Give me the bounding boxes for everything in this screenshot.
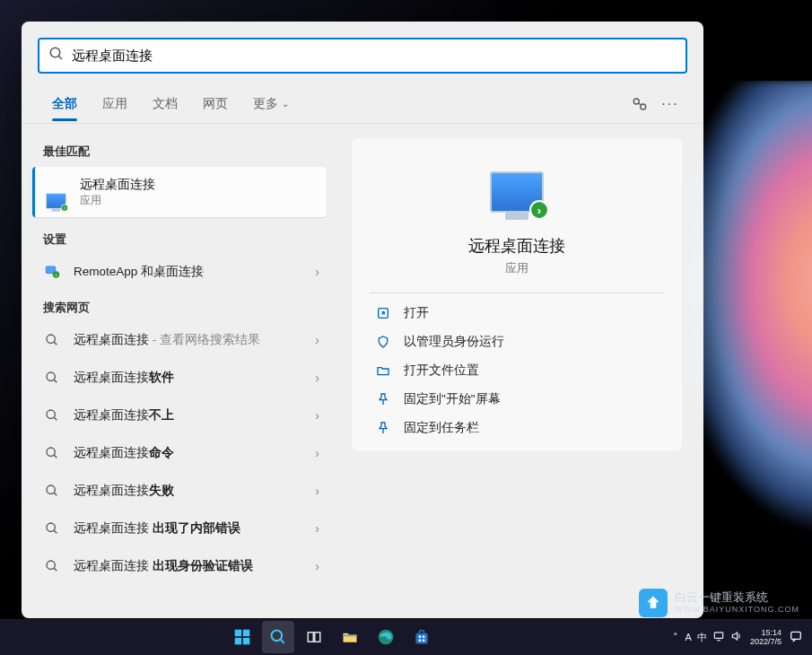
chevron-down-icon: ⌄ bbox=[282, 99, 289, 109]
action-pin-start[interactable]: 固定到"开始"屏幕 bbox=[370, 385, 664, 414]
filter-tabs: 全部 应用 文档 网页 更多⌄ ··· bbox=[22, 84, 703, 124]
svg-rect-26 bbox=[243, 638, 250, 645]
web-result-text: 远程桌面连接 bbox=[74, 559, 153, 572]
svg-rect-37 bbox=[423, 640, 425, 642]
svg-line-1 bbox=[58, 56, 62, 59]
svg-point-10 bbox=[47, 372, 55, 380]
search-icon bbox=[48, 46, 65, 66]
tab-docs[interactable]: 文档 bbox=[140, 87, 190, 121]
watermark-logo-icon bbox=[639, 589, 668, 617]
section-best-match: 最佳匹配 bbox=[22, 135, 337, 165]
web-result-text: 远程桌面连接 bbox=[74, 521, 153, 535]
search-input[interactable] bbox=[65, 48, 677, 64]
tab-more[interactable]: 更多⌄ bbox=[240, 87, 301, 121]
svg-rect-23 bbox=[234, 630, 241, 637]
svg-point-0 bbox=[50, 48, 60, 57]
svg-point-16 bbox=[47, 485, 55, 493]
notifications-icon[interactable] bbox=[789, 629, 803, 645]
edge-button[interactable] bbox=[370, 621, 402, 653]
action-label: 打开 bbox=[404, 305, 429, 321]
store-button[interactable] bbox=[406, 621, 438, 653]
web-result-text: 远程桌面连接 bbox=[74, 484, 149, 497]
action-open[interactable]: 打开 bbox=[370, 299, 664, 328]
settings-item-remoteapp[interactable]: › RemoteApp 和桌面连接 › bbox=[22, 253, 337, 291]
svg-point-20 bbox=[47, 561, 55, 569]
chevron-right-icon: › bbox=[315, 521, 319, 536]
best-match-subtitle: 应用 bbox=[80, 193, 155, 208]
action-label: 固定到任务栏 bbox=[404, 420, 479, 436]
web-result-0[interactable]: 远程桌面连接 - 查看网络搜索结果 › bbox=[22, 321, 337, 359]
preview-title: 远程桌面连接 bbox=[370, 235, 664, 257]
watermark: 白云一键重装系统 WWW.BAIYUNXITONG.COM bbox=[639, 589, 799, 617]
svg-line-17 bbox=[54, 493, 57, 495]
task-view-button[interactable] bbox=[298, 621, 330, 653]
svg-line-11 bbox=[54, 380, 57, 382]
action-open-location[interactable]: 打开文件位置 bbox=[370, 356, 664, 385]
svg-text:›: › bbox=[56, 272, 57, 277]
svg-rect-33 bbox=[415, 633, 427, 644]
search-scope-icon[interactable] bbox=[624, 89, 655, 119]
search-box[interactable] bbox=[38, 38, 687, 74]
search-icon bbox=[43, 331, 61, 349]
svg-line-4 bbox=[639, 103, 642, 105]
svg-rect-36 bbox=[418, 640, 421, 642]
best-match-item[interactable]: › 远程桌面连接 应用 bbox=[32, 167, 327, 217]
taskbar-clock[interactable]: 15:14 2022/7/5 bbox=[750, 628, 781, 647]
preview-card: › 远程桌面连接 应用 打开 以管理员身份运行 打开文件位置 bbox=[352, 138, 682, 451]
watermark-line1: 白云一键重装系统 bbox=[675, 591, 799, 605]
svg-rect-25 bbox=[234, 638, 241, 645]
svg-point-12 bbox=[47, 410, 55, 418]
best-match-title: 远程桌面连接 bbox=[80, 177, 155, 193]
chevron-right-icon: › bbox=[315, 371, 319, 385]
tab-web[interactable]: 网页 bbox=[190, 87, 240, 121]
web-result-1[interactable]: 远程桌面连接软件 › bbox=[22, 359, 337, 397]
shield-icon bbox=[375, 334, 391, 350]
volume-icon[interactable] bbox=[730, 630, 743, 644]
svg-rect-34 bbox=[418, 635, 421, 638]
svg-point-2 bbox=[633, 99, 639, 104]
action-label: 以管理员身份运行 bbox=[404, 334, 504, 350]
web-result-2[interactable]: 远程桌面连接不上 › bbox=[22, 397, 337, 434]
rdp-icon: › bbox=[46, 179, 71, 205]
web-result-6[interactable]: 远程桌面连接 出现身份验证错误 › bbox=[22, 547, 337, 585]
pin-icon bbox=[375, 420, 391, 436]
network-icon[interactable] bbox=[712, 630, 725, 644]
chevron-right-icon: › bbox=[315, 333, 319, 347]
tab-all[interactable]: 全部 bbox=[39, 87, 90, 121]
ime-mode-icon[interactable]: A bbox=[685, 632, 692, 642]
web-result-3[interactable]: 远程桌面连接命令 › bbox=[22, 434, 337, 472]
tab-apps[interactable]: 应用 bbox=[90, 87, 140, 121]
web-result-text: 远程桌面连接 bbox=[74, 371, 149, 384]
tray-chevron-icon[interactable]: ˄ bbox=[673, 632, 678, 643]
search-button[interactable] bbox=[262, 621, 294, 653]
svg-rect-35 bbox=[423, 635, 425, 638]
action-pin-taskbar[interactable]: 固定到任务栏 bbox=[370, 414, 664, 442]
chevron-right-icon: › bbox=[315, 484, 319, 498]
action-run-admin[interactable]: 以管理员身份运行 bbox=[370, 328, 664, 356]
search-icon bbox=[43, 406, 61, 424]
pin-icon bbox=[375, 391, 391, 407]
explorer-button[interactable] bbox=[334, 621, 366, 653]
wallpaper-bloom bbox=[686, 81, 812, 583]
search-icon bbox=[43, 557, 61, 575]
search-icon bbox=[43, 369, 61, 387]
svg-rect-24 bbox=[243, 630, 250, 637]
svg-rect-30 bbox=[315, 633, 320, 642]
web-result-text: 远程桌面连接 bbox=[74, 333, 149, 346]
svg-point-18 bbox=[47, 523, 55, 531]
chevron-right-icon: › bbox=[315, 446, 319, 460]
ime-language-icon[interactable]: 中 bbox=[697, 631, 707, 644]
chevron-right-icon: › bbox=[315, 408, 319, 423]
chevron-right-icon: › bbox=[315, 559, 319, 573]
results-column: 最佳匹配 › 远程桌面连接 应用 设置 › RemoteApp 和桌面连接 › … bbox=[22, 124, 345, 618]
svg-rect-38 bbox=[714, 633, 722, 638]
section-web-search: 搜索网页 bbox=[22, 291, 337, 321]
system-tray[interactable]: ˄ A 中 15:14 2022/7/5 bbox=[664, 628, 812, 647]
start-button[interactable] bbox=[226, 621, 258, 653]
section-settings: 设置 bbox=[22, 223, 337, 253]
web-result-4[interactable]: 远程桌面连接失败 › bbox=[22, 472, 337, 510]
web-result-5[interactable]: 远程桌面连接 出现了内部错误 › bbox=[22, 510, 337, 547]
web-result-text: 远程桌面连接 bbox=[74, 446, 149, 459]
more-options-icon[interactable]: ··· bbox=[655, 89, 685, 119]
settings-item-label: RemoteApp 和桌面连接 bbox=[74, 264, 315, 280]
